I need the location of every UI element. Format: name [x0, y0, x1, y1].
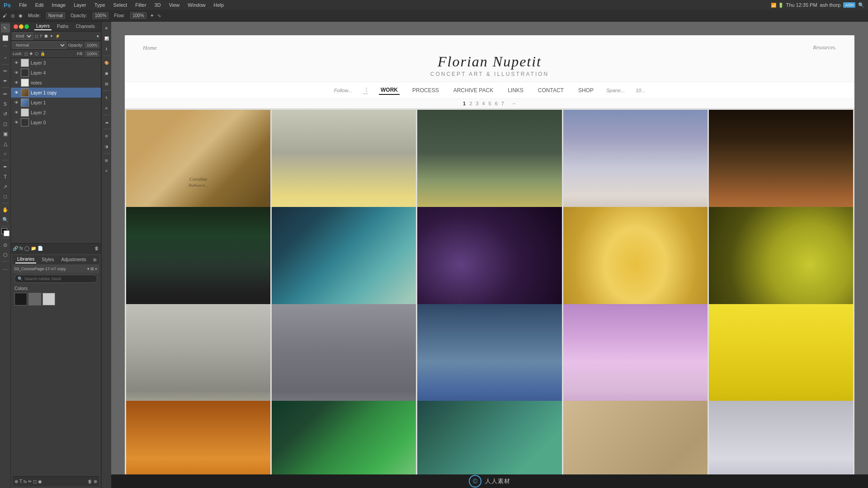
- lock-position-icon[interactable]: ✚: [29, 52, 33, 56]
- grid-view-icon[interactable]: ⊞: [92, 257, 98, 263]
- filter-icon-shape[interactable]: ⬟: [44, 34, 48, 38]
- maximize-button[interactable]: [24, 24, 29, 29]
- menu-select[interactable]: Select: [110, 1, 131, 9]
- page-num-2[interactable]: 2: [469, 101, 472, 106]
- filter-toggle[interactable]: ●: [97, 34, 99, 38]
- filter-icon-pixel[interactable]: ◻: [35, 34, 38, 38]
- close-button[interactable]: [14, 24, 18, 29]
- lock-all-icon[interactable]: 🔒: [40, 52, 45, 56]
- menu-edit[interactable]: Edit: [32, 1, 47, 9]
- menu-help[interactable]: Help: [210, 1, 227, 9]
- add-mask-icon[interactable]: ◯: [24, 246, 29, 251]
- layer-visibility-icon[interactable]: 👁: [14, 60, 19, 66]
- layers-panel-icon2[interactable]: ⊞: [102, 156, 111, 165]
- lock-artboard-icon[interactable]: ⬡: [35, 52, 38, 56]
- grid-image-green[interactable]: [272, 401, 416, 474]
- move-tool[interactable]: ↖: [1, 23, 10, 33]
- tab-adjustments[interactable]: Adjustments: [60, 256, 88, 263]
- text-style-icon[interactable]: T: [19, 479, 22, 484]
- layer-item[interactable]: 👁 Layer 1: [11, 98, 101, 108]
- char-style-icon[interactable]: fx: [24, 479, 27, 484]
- page-num-4[interactable]: 4: [482, 101, 485, 106]
- swatch-gray[interactable]: [28, 293, 41, 305]
- screen-mode-icon[interactable]: ⬡: [1, 250, 10, 259]
- filter-icon-smart[interactable]: ✦: [50, 34, 53, 38]
- tab-channels[interactable]: Channels: [74, 23, 97, 30]
- text-tool[interactable]: T: [1, 172, 10, 181]
- add-style-icon[interactable]: fx: [19, 246, 23, 251]
- layer-kind-select[interactable]: Kind: [13, 33, 33, 40]
- minimize-button[interactable]: [19, 24, 24, 29]
- quick-mask-icon[interactable]: ⊙: [1, 240, 10, 249]
- filter-icon-type[interactable]: T: [40, 34, 42, 38]
- graphic-library-icon[interactable]: ◻: [33, 479, 37, 484]
- adjustments-panel-icon[interactable]: ◑: [102, 142, 111, 151]
- delete-layer-icon[interactable]: 🗑: [94, 246, 99, 251]
- nav-process[interactable]: PROCESS: [410, 86, 441, 94]
- add-library-icon[interactable]: ⊕: [14, 479, 18, 484]
- clone-stamp-tool[interactable]: S: [1, 99, 10, 108]
- fill-value-display[interactable]: 100%: [85, 51, 99, 56]
- info-panel-icon[interactable]: ℹ: [102, 44, 111, 53]
- page-num-5[interactable]: 5: [489, 101, 491, 106]
- layer-item[interactable]: 👁 Layer 2: [11, 108, 101, 117]
- page-num-6[interactable]: 6: [495, 101, 498, 106]
- layer-visibility-icon[interactable]: 👁: [14, 100, 19, 105]
- marquee-tool[interactable]: ⬜: [1, 33, 10, 42]
- brush-size-icon[interactable]: ◎: [11, 13, 15, 18]
- layer-item-selected[interactable]: 👁 Layer 1 copy: [11, 88, 101, 98]
- background-color[interactable]: [4, 230, 9, 236]
- lasso-tool[interactable]: ⌒: [1, 43, 10, 52]
- list-view-toggle-icon[interactable]: ≡: [95, 267, 97, 271]
- swatch-light[interactable]: [42, 293, 55, 305]
- properties-panel-icon[interactable]: ⚙: [102, 131, 111, 141]
- search-icon[interactable]: 🔍: [858, 2, 864, 8]
- histogram-panel-icon[interactable]: 📊: [102, 34, 111, 43]
- eraser-tool[interactable]: ◻: [1, 119, 10, 128]
- navigator-panel-icon[interactable]: ⊕: [102, 23, 111, 33]
- airbrush-icon[interactable]: ✦: [150, 13, 154, 18]
- grid-view-toggle-icon[interactable]: ⊞: [90, 267, 94, 271]
- smoothing-icon[interactable]: ∿: [157, 13, 161, 18]
- new-group-icon[interactable]: 📁: [31, 246, 36, 251]
- nav-contact[interactable]: CONTACT: [536, 86, 566, 94]
- gradient-tool[interactable]: ▣: [1, 129, 10, 138]
- tool-preset-icon[interactable]: 🖌: [3, 13, 7, 18]
- mode-select[interactable]: Normal: [46, 12, 65, 19]
- grid-image-robot[interactable]: [417, 401, 561, 474]
- page-num-1[interactable]: 1: [463, 101, 466, 106]
- history-brush-tool[interactable]: ↺: [1, 109, 10, 118]
- opacity-value-display[interactable]: 100%: [85, 42, 99, 48]
- layer-item[interactable]: 👁 notes: [11, 78, 101, 88]
- page-num-7[interactable]: 7: [501, 101, 504, 106]
- page-num-3[interactable]: 3: [476, 101, 478, 106]
- layer-visibility-icon[interactable]: 👁: [14, 70, 19, 75]
- grid-image-mist[interactable]: [709, 401, 853, 474]
- layer-visibility-icon[interactable]: 👁: [14, 110, 19, 115]
- nav-work[interactable]: WORK: [379, 86, 400, 95]
- lock-pixels-icon[interactable]: ◻: [24, 52, 28, 56]
- grid-image-hand[interactable]: [563, 401, 708, 474]
- channels-panel-icon[interactable]: ≡: [102, 166, 111, 175]
- menu-view[interactable]: View: [165, 1, 184, 9]
- gradient-panel-icon[interactable]: ▤: [102, 79, 111, 88]
- layer-item[interactable]: 👁 Layer 0: [11, 117, 101, 127]
- hand-tool[interactable]: ✋: [1, 205, 10, 214]
- color-panel-icon[interactable]: 🎨: [102, 58, 111, 67]
- layer-visibility-icon[interactable]: 👁: [14, 90, 19, 95]
- blur-tool[interactable]: △: [1, 139, 10, 148]
- tab-styles[interactable]: Styles: [40, 256, 56, 263]
- path-selection-tool[interactable]: ↗: [1, 182, 10, 191]
- nav-shop[interactable]: SHOP: [576, 86, 595, 94]
- swatch-black[interactable]: [14, 293, 27, 305]
- quick-select-tool[interactable]: ⁃: [1, 53, 10, 62]
- flow-value[interactable]: 100%: [130, 12, 146, 19]
- expand-icon[interactable]: ⊕: [94, 479, 97, 484]
- nav-archive[interactable]: ARCHIVE PACK: [452, 86, 495, 94]
- layer-item[interactable]: 👁 Layer 3: [11, 58, 101, 68]
- menu-image[interactable]: Image: [48, 1, 70, 9]
- pen-tool[interactable]: ✒: [1, 162, 10, 171]
- tab-libraries[interactable]: Libraries: [15, 256, 36, 263]
- paragraph-panel-icon[interactable]: ¶: [102, 93, 111, 102]
- search-input[interactable]: [24, 277, 94, 281]
